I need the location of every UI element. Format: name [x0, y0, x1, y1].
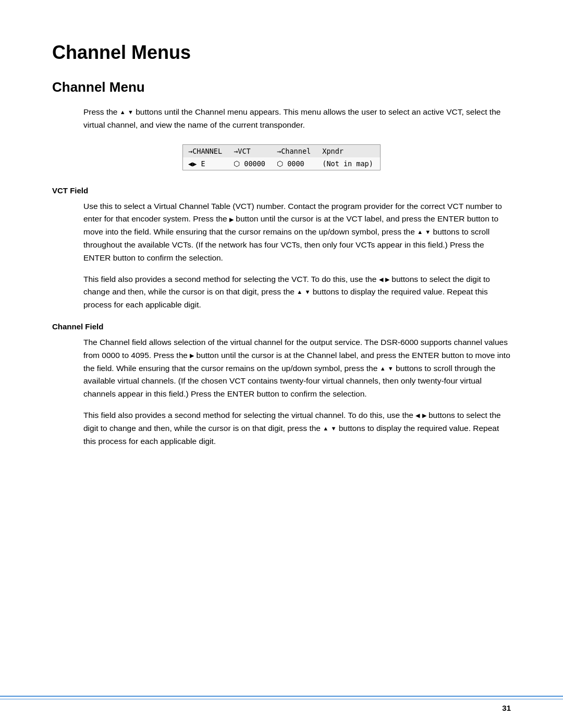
arrow-down-icon2: ▼	[425, 228, 431, 237]
arrow-down-icon4: ▼	[388, 364, 394, 374]
arrow-down-icon5: ▼	[331, 424, 336, 434]
arrow-right-icon4: ▶	[422, 411, 426, 421]
arrow-down-icon3: ▼	[304, 288, 310, 297]
channel-field-section: Channel Field The Channel field allows s…	[52, 322, 511, 448]
arrow-up-icon2: ▲	[417, 228, 423, 237]
channel-field-para1: The Channel field allows selection of th…	[83, 336, 511, 401]
menu-col-channel: →CHANNEL	[183, 145, 228, 157]
arrow-right-icon2: ▶	[385, 275, 389, 285]
section-title: Channel Menu	[52, 79, 511, 95]
bottom-rule-thick	[0, 696, 563, 697]
menu-header-row: →CHANNEL →VCT →Channel Xpndr	[183, 145, 380, 157]
menu-col-vct: →VCT	[228, 145, 272, 157]
chapter-title: Channel Menus	[52, 42, 511, 64]
arrow-right-icon3: ▶	[190, 351, 194, 361]
arrow-up-icon3: ▲	[297, 288, 302, 297]
arrow-right-icon: ▶	[229, 215, 234, 225]
arrow-up-icon: ▲	[120, 108, 126, 117]
menu-cell-e: ◀▶ E	[183, 157, 228, 170]
menu-cell-notinmap: (Not in map)	[317, 157, 380, 170]
vct-field-para1: Use this to select a Virtual Channel Tab…	[83, 200, 511, 265]
vct-field-section: VCT Field Use this to select a Virtual C…	[52, 186, 511, 312]
vct-field-heading: VCT Field	[52, 186, 511, 195]
menu-display: →CHANNEL →VCT →Channel Xpndr ◀▶ E ⬡ 0000…	[182, 144, 381, 170]
channel-field-para2: This field also provides a second method…	[83, 409, 511, 448]
page-number: 31	[502, 704, 511, 712]
menu-cell-00000: ⬡ 00000	[228, 157, 272, 170]
vct-field-para2: This field also provides a second method…	[83, 273, 511, 312]
arrow-up-icon5: ▲	[323, 424, 328, 434]
arrow-left-icon2: ◀	[415, 411, 420, 421]
arrow-down-icon: ▼	[128, 108, 133, 117]
page-container: Channel Menus Channel Menu Press the ▲ ▼…	[0, 0, 563, 728]
menu-col-channel2: →Channel	[272, 145, 317, 157]
bottom-rule-thin	[0, 699, 563, 699]
menu-data-row: ◀▶ E ⬡ 00000 ⬡ 0000 (Not in map)	[183, 157, 380, 170]
menu-cell-0000: ⬡ 0000	[272, 157, 317, 170]
channel-field-heading: Channel Field	[52, 322, 511, 331]
menu-col-xpndr: Xpndr	[317, 145, 380, 157]
intro-paragraph: Press the ▲ ▼ buttons until the Channel …	[83, 106, 511, 132]
arrow-up-icon4: ▲	[380, 364, 386, 374]
arrow-left-icon: ◀	[379, 275, 383, 285]
